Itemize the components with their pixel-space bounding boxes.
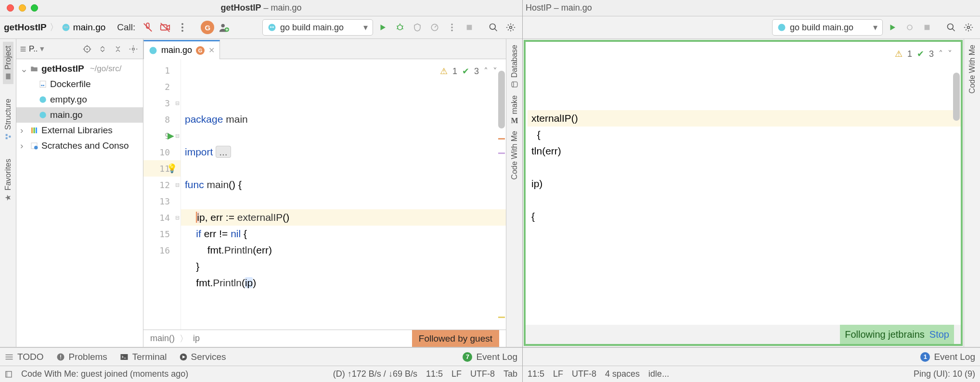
search-everywhere-icon[interactable] bbox=[943, 20, 959, 35]
code-content[interactable]: ⚠1 ✔3 ˄ ˅ xternalIP() {tln(err) ip) { bbox=[526, 42, 961, 325]
todo-tool-button[interactable]: TODO bbox=[5, 352, 44, 362]
tree-external-libraries[interactable]: › External Libraries bbox=[16, 123, 143, 138]
debug-button[interactable] bbox=[392, 20, 408, 35]
problems-tool-button[interactable]: Problems bbox=[56, 352, 107, 362]
svg-point-38 bbox=[87, 48, 88, 50]
run-config-select[interactable]: go build main.go ▾ bbox=[262, 19, 373, 36]
nav-breadcrumb[interactable]: getHostIP 〉 main.go bbox=[4, 21, 105, 34]
status-encoding[interactable]: UTF-8 bbox=[470, 369, 495, 379]
right-tool-rail: Code With Me bbox=[964, 39, 980, 347]
run-button[interactable] bbox=[885, 20, 900, 35]
favorites-tool-button[interactable]: ★ Favorites bbox=[2, 155, 13, 206]
status-indent[interactable]: Tab bbox=[503, 369, 517, 379]
mic-off-icon[interactable] bbox=[140, 20, 155, 35]
svg-rect-65 bbox=[6, 371, 8, 377]
svg-point-10 bbox=[181, 30, 183, 32]
status-indent[interactable]: 4 spaces bbox=[605, 369, 640, 379]
chevron-up-icon[interactable]: ˄ bbox=[939, 46, 943, 62]
code-with-me-tool-button[interactable]: Code With Me bbox=[967, 42, 978, 96]
svg-point-27 bbox=[490, 24, 496, 30]
tree-root[interactable]: ⌄ getHostIP ~/go/src/ bbox=[16, 61, 143, 76]
status-line-ending[interactable]: LF bbox=[451, 369, 462, 379]
svg-rect-61 bbox=[60, 358, 61, 359]
go-file-icon bbox=[39, 111, 47, 119]
add-user-icon[interactable] bbox=[216, 20, 232, 35]
svg-point-69 bbox=[948, 24, 954, 30]
code-with-me-tool-button[interactable]: Code With Me bbox=[509, 128, 520, 182]
panel-settings-icon[interactable] bbox=[127, 42, 140, 56]
settings-icon[interactable] bbox=[961, 20, 976, 35]
editor-scrollbar[interactable] bbox=[498, 61, 505, 328]
chevron-down-icon[interactable]: ˅ bbox=[948, 46, 952, 62]
search-everywhere-icon[interactable] bbox=[486, 20, 501, 35]
right-tool-rail: Database M make Code With Me bbox=[506, 39, 522, 347]
more-run-icon[interactable] bbox=[444, 20, 460, 35]
followed-by-banner[interactable]: Followed by guest bbox=[412, 330, 499, 347]
locate-icon[interactable] bbox=[80, 42, 94, 56]
status-bar: Code With Me: guest joined (moments ago)… bbox=[0, 366, 522, 382]
svg-point-11 bbox=[221, 24, 225, 27]
run-config-select[interactable]: go build main.go ▾ bbox=[772, 19, 883, 36]
status-network[interactable]: (D) ↑172 B/s / ↓69 B/s bbox=[333, 369, 417, 379]
code-editor[interactable]: ⚠1 ✔3 ˄ ˅ xternalIP() {tln(err) ip) { bbox=[526, 42, 961, 325]
status-caret-pos[interactable]: 11:5 bbox=[528, 369, 544, 379]
chevron-down-icon[interactable]: ˅ bbox=[493, 63, 497, 79]
structure-tool-button[interactable]: Structure bbox=[3, 95, 13, 144]
editor-scrollbar[interactable] bbox=[953, 44, 960, 323]
expand-all-icon[interactable] bbox=[96, 42, 109, 56]
services-tool-button[interactable]: Services bbox=[180, 352, 226, 362]
status-ping[interactable]: Ping (UI): 10 (9) bbox=[914, 369, 975, 379]
tree-file-empty-go[interactable]: empty.go bbox=[16, 92, 143, 107]
project-panel: P..▾ ⌄ getHostIP ~/go/src/ Dockerfile bbox=[16, 39, 143, 347]
project-view-select[interactable]: P..▾ bbox=[19, 44, 44, 54]
profile-button[interactable] bbox=[427, 20, 442, 35]
tree-file-main-go[interactable]: main.go bbox=[16, 107, 143, 123]
window-title: HostIP – main.go bbox=[523, 3, 980, 13]
code-editor[interactable]: 123⊟89▶⊟1011💡12⊟1314⊟1516 ⚠1 ✔3 ˄ ˅ pack… bbox=[143, 59, 506, 330]
collapse-all-icon[interactable] bbox=[111, 42, 125, 56]
guest-window: HostIP – main.go go build main.go ▾ ⚠1 ✔… bbox=[523, 0, 980, 382]
svg-point-4 bbox=[66, 27, 67, 28]
svg-rect-32 bbox=[5, 134, 7, 136]
project-tree[interactable]: ⌄ getHostIP ~/go/src/ Dockerfile empty.g… bbox=[16, 59, 143, 347]
run-button[interactable] bbox=[375, 20, 390, 35]
guest-avatar[interactable]: G bbox=[201, 21, 214, 34]
status-line-ending[interactable]: LF bbox=[553, 369, 563, 379]
status-encoding[interactable]: UTF-8 bbox=[572, 369, 596, 379]
camera-off-icon[interactable] bbox=[157, 20, 173, 35]
coverage-button[interactable] bbox=[410, 20, 425, 35]
svg-point-25 bbox=[451, 30, 453, 32]
event-log-button[interactable]: 7 Event Log bbox=[463, 352, 517, 362]
editor-tab-main-go[interactable]: main.go G ✕ bbox=[143, 40, 220, 59]
tree-scratches[interactable]: › Scratches and Conso bbox=[16, 138, 143, 153]
svg-point-29 bbox=[510, 26, 512, 29]
database-tool-button[interactable]: Database bbox=[509, 42, 520, 91]
chevron-up-icon[interactable]: ˄ bbox=[484, 63, 488, 79]
settings-icon[interactable] bbox=[503, 20, 518, 35]
tool-window-toggle-icon[interactable] bbox=[5, 370, 13, 378]
code-content[interactable]: ⚠1 ✔3 ˄ ˅ package main import ... func m… bbox=[181, 59, 506, 330]
event-count-badge: 7 bbox=[463, 352, 472, 362]
project-icon bbox=[4, 73, 12, 80]
terminal-tool-button[interactable]: Terminal bbox=[120, 352, 167, 362]
more-vert-icon[interactable] bbox=[175, 20, 190, 35]
folder-icon bbox=[30, 64, 39, 73]
breadcrumb-func[interactable]: main() bbox=[150, 333, 175, 344]
status-caret-pos[interactable]: 11:5 bbox=[426, 369, 443, 379]
svg-point-0 bbox=[62, 24, 69, 31]
editor-gutter[interactable]: 123⊟89▶⊟1011💡12⊟1314⊟1516 bbox=[143, 59, 181, 330]
svg-rect-44 bbox=[40, 81, 46, 88]
main-area: ⚠1 ✔3 ˄ ˅ xternalIP() {tln(err) ip) { Fo… bbox=[523, 39, 980, 347]
svg-rect-45 bbox=[41, 85, 42, 86]
tree-file-dockerfile[interactable]: Dockerfile bbox=[16, 76, 143, 92]
make-tool-button[interactable]: M make bbox=[509, 93, 520, 126]
svg-point-43 bbox=[132, 48, 135, 50]
inspection-widget[interactable]: ⚠1 ✔3 ˄ ˅ bbox=[440, 63, 497, 79]
stop-following-link[interactable]: Stop bbox=[929, 329, 949, 340]
event-log-button[interactable]: 1 Event Log bbox=[920, 352, 975, 362]
inspection-widget[interactable]: ⚠1 ✔3 ˄ ˅ bbox=[895, 46, 952, 62]
project-tool-button[interactable]: Project bbox=[3, 42, 13, 84]
breadcrumb-var[interactable]: ip bbox=[193, 333, 200, 344]
close-tab-icon[interactable]: ✕ bbox=[208, 46, 215, 55]
svg-point-8 bbox=[181, 23, 183, 25]
